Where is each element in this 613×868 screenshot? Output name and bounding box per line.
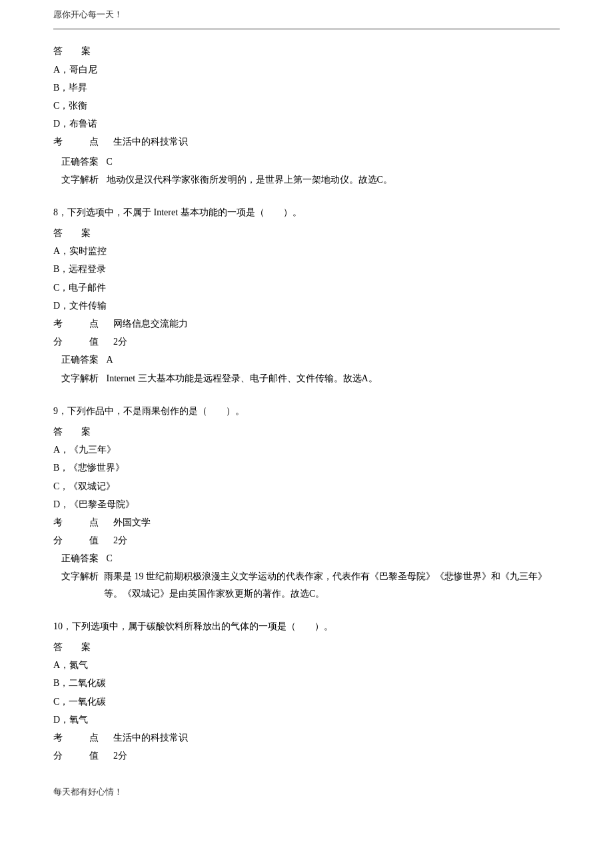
correct-value-q8: A [107,355,113,365]
option-q8-a: A，实时监控 [53,243,560,259]
answer-heading-q10: 答 案 [53,639,560,655]
kaodian-value-q9: 外国文学 [113,514,151,531]
header-top-text: 愿你开心每一天！ [53,7,560,22]
kaodian-label-q9: 考 点 [53,514,113,531]
option-label: C， [53,481,69,491]
kaodian-value-q7: 生活中的科技常识 [113,133,188,150]
fenzhit-row-q8: 分 值 2分 [53,333,560,350]
option-label: C， [53,697,69,707]
kaodian-value-q10: 生活中的科技常识 [113,729,188,746]
explain-value-q8: Internet 三大基本功能是远程登录、电子邮件、文件传输。故选A。 [107,373,378,383]
option-text: 远程登录 [69,264,106,274]
correct-value-q9: C [107,553,113,563]
correct-row-q7: 正确答案 C [53,153,560,170]
option-label: B， [53,83,69,93]
answer-label-q10: 答 案 [53,639,91,655]
kaodian-label-q10: 考 点 [53,729,113,746]
correct-value-q7: C [107,157,113,167]
fenzhit-value-q9: 2分 [113,532,127,549]
option-q7-c: C，张衡 [53,97,560,114]
option-text: 文件传输 [69,301,107,311]
option-label: B， [53,463,69,473]
explain-row-q7: 文字解析 地动仪是汉代科学家张衡所发明的，是世界上第一架地动仪。故选C。 [53,171,560,188]
option-label: A， [53,660,69,670]
kaodian-row-q10: 考 点 生活中的科技常识 [53,729,560,746]
option-text: 氧气 [69,715,88,725]
q10-section: 10，下列选项中，属于碳酸饮料所释放出的气体的一项是（ ）。 答 案 A，氮气 … [53,618,560,765]
answer-label-q7: 答 案 [53,43,91,59]
option-text: 一氧化碳 [69,697,106,707]
option-q9-b: B，《悲惨世界》 [53,459,560,476]
option-label: C， [53,283,69,293]
option-q8-c: C，电子邮件 [53,279,560,296]
question-q8: 8，下列选项中，不属于 Interet 基本功能的一项是（ ）。 [53,204,560,221]
answer-label-q8: 答 案 [53,225,91,241]
option-text: 毕昇 [69,83,87,93]
option-text: 《巴黎圣母院》 [69,499,135,509]
option-q9-c: C，《双城记》 [53,478,560,495]
option-label: D， [53,301,69,311]
option-text: 二氧化碳 [69,678,106,688]
fenzhit-value-q8: 2分 [113,333,127,350]
option-q9-d: D，《巴黎圣母院》 [53,496,560,513]
fenzhit-label-q10: 分 值 [53,747,113,764]
answer-heading-q8: 答 案 [53,225,560,241]
question-q9: 9，下列作品中，不是雨果创作的是（ ）。 [53,403,560,419]
explain-row-q9: 文字解析 雨果是 19 世纪前期积极浪漫主义文学运动的代表作家，代表作有《巴黎圣… [53,568,560,601]
option-q9-a: A，《九三年》 [53,441,560,458]
correct-row-q8: 正确答案 A [53,351,560,368]
option-text: 实时监控 [69,246,107,256]
option-q10-d: D，氧气 [53,711,560,728]
fenzhit-row-q9: 分 值 2分 [53,532,560,549]
correct-label-q9: 正确答案 [61,553,99,563]
explain-row-q8: 文字解析 Internet 三大基本功能是远程登录、电子邮件、文件传输。故选A。 [53,370,560,387]
option-label: A， [53,445,69,455]
correct-label-q8: 正确答案 [61,355,99,365]
option-label: B， [53,678,69,688]
option-text: 《九三年》 [69,445,116,455]
kaodian-row-q8: 考 点 网络信息交流能力 [53,315,560,332]
option-label: C， [53,101,69,111]
option-text: 《双城记》 [69,481,115,491]
explain-label-q8: 文字解析 [61,373,99,383]
option-q8-b: B，远程登录 [53,261,560,277]
kaodian-label-q8: 考 点 [53,315,113,332]
option-text: 电子邮件 [69,283,106,293]
q7-answer-section: 答 案 A，哥白尼 B，毕昇 C，张衡 D，布鲁诺 考 点 生活中的科技常识 正… [53,43,560,188]
option-label: D， [53,119,69,129]
option-label: D， [53,499,69,509]
option-label: D， [53,715,69,725]
option-text: 氮气 [69,660,88,670]
explain-value-q7: 地动仪是汉代科学家张衡所发明的，是世界上第一架地动仪。故选C。 [107,175,392,185]
correct-label-q7: 正确答案 [61,157,99,167]
option-q10-c: C，一氧化碳 [53,693,560,710]
q8-section: 8，下列选项中，不属于 Interet 基本功能的一项是（ ）。 答 案 A，实… [53,204,560,387]
option-text: 张衡 [69,101,87,111]
fenzhit-label-q8: 分 值 [53,333,113,350]
option-q7-b: B，毕昇 [53,79,560,96]
option-text: 哥白尼 [69,65,97,75]
answer-heading-q9: 答 案 [53,423,560,440]
question-q10: 10，下列选项中，属于碳酸饮料所释放出的气体的一项是（ ）。 [53,618,560,635]
kaodian-row-q9: 考 点 外国文学 [53,514,560,531]
explain-value-q9: 雨果是 19 世纪前期积极浪漫主义文学运动的代表作家，代表作有《巴黎圣母院》《悲… [104,568,560,601]
explain-label-q7: 文字解析 [61,175,99,185]
kaodian-label-q7: 考 点 [53,133,113,150]
option-text: 《悲惨世界》 [69,463,125,473]
q9-section: 9，下列作品中，不是雨果创作的是（ ）。 答 案 A，《九三年》 B，《悲惨世界… [53,403,560,602]
option-label: A， [53,65,69,75]
answer-label-q9: 答 案 [53,423,91,440]
option-q8-d: D，文件传输 [53,297,560,314]
fenzhit-label-q9: 分 值 [53,532,113,549]
option-q7-a: A，哥白尼 [53,61,560,78]
option-q10-a: A，氮气 [53,657,560,673]
fenzhit-row-q10: 分 值 2分 [53,747,560,764]
top-divider [53,29,560,29]
explain-label-q9: 文字解析 [61,568,99,585]
kaodian-row-q7: 考 点 生活中的科技常识 [53,133,560,150]
option-label: B， [53,264,69,274]
answer-heading-q7: 答 案 [53,43,560,59]
option-label: A， [53,246,69,256]
fenzhit-value-q10: 2分 [113,747,127,764]
footer-text: 每天都有好心情！ [53,784,560,799]
